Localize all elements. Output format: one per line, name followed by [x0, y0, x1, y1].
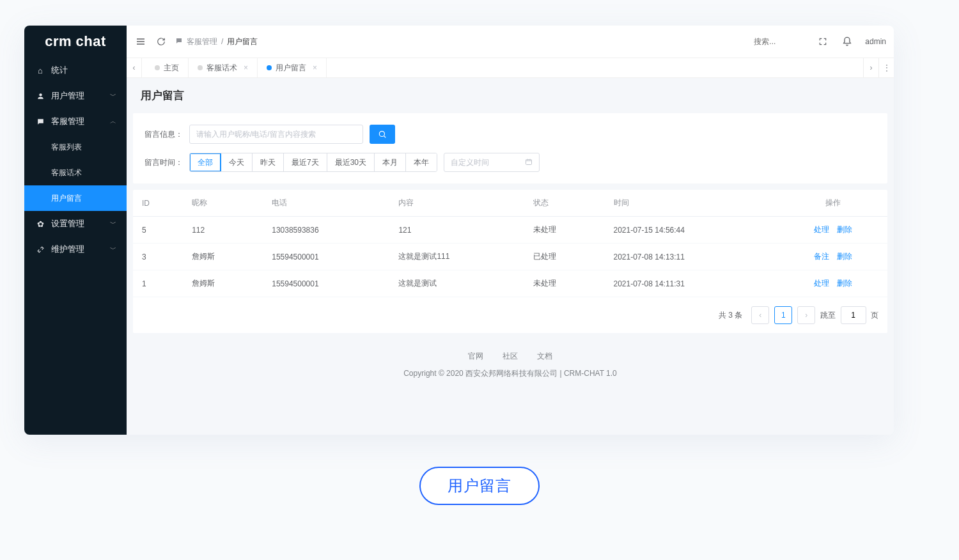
tabs-menu-button[interactable]: ⋮ [878, 58, 894, 77]
table-header-row: ID 昵称 电话 内容 状态 时间 操作 [133, 190, 887, 217]
tab-close-icon[interactable]: × [313, 63, 317, 72]
svg-rect-2 [526, 159, 532, 164]
global-search-input[interactable] [754, 37, 805, 46]
topbar-right: admin [754, 36, 886, 47]
tab-service-script[interactable]: 客服话术 × [189, 58, 258, 77]
cell-status: 已处理 [524, 244, 604, 270]
op-handle[interactable]: 处理 [814, 279, 829, 288]
topbar: 客服管理 / 用户留言 admin [127, 26, 894, 58]
nav-statistics[interactable]: ⌂ 统计 [24, 58, 127, 83]
fullscreen-icon[interactable] [816, 37, 829, 46]
calendar-icon [525, 158, 533, 167]
footer-link-site[interactable]: 官网 [468, 351, 483, 362]
messages-table: ID 昵称 电话 内容 状态 时间 操作 5 112 [133, 190, 887, 297]
jump-label-before: 跳至 [820, 311, 836, 320]
subnav-service-script[interactable]: 客服话术 [24, 160, 127, 185]
cell-time: 2021-07-15 14:56:44 [605, 217, 779, 244]
nav-label: 客服管理 [51, 116, 110, 127]
op-handle[interactable]: 处理 [814, 225, 829, 234]
cell-id: 3 [133, 244, 183, 270]
subnav-service-list[interactable]: 客服列表 [24, 134, 127, 160]
footer-links: 官网 社区 文档 [133, 351, 887, 362]
nav-label: 维护管理 [51, 244, 110, 255]
keyword-label: 留言信息： [144, 129, 183, 140]
tab-user-messages[interactable]: 用户留言 × [258, 58, 327, 77]
search-button[interactable] [370, 125, 395, 144]
jump-input[interactable] [841, 306, 866, 324]
seg-yesterday[interactable]: 昨天 [253, 153, 284, 171]
pagination-prev[interactable]: ‹ [751, 306, 769, 324]
seg-all[interactable]: 全部 [190, 153, 221, 171]
nav-user-mgmt[interactable]: 用户管理 ﹀ [24, 83, 127, 109]
op-delete[interactable]: 删除 [837, 252, 852, 261]
cell-content: 121 [389, 217, 524, 244]
seg-last30[interactable]: 最近30天 [327, 153, 375, 171]
tabs-bar: ‹ 主页 客服话术 × 用户留言 × › ⋮ [127, 58, 894, 78]
op-delete[interactable]: 删除 [837, 279, 852, 288]
pagination-total: 共 3 条 [719, 310, 742, 321]
jump-label-after: 页 [871, 311, 878, 320]
date-placeholder: 自定义时间 [451, 157, 489, 168]
table-row: 1 詹姆斯 15594500001 这就是测试 未处理 2021-07-08 1… [133, 270, 887, 297]
col-status: 状态 [524, 190, 604, 217]
tab-label: 主页 [164, 63, 179, 74]
nav-maintenance[interactable]: 维护管理 ﹀ [24, 237, 127, 262]
cell-content: 这就是测试 [389, 270, 524, 297]
pagination-page-1[interactable]: 1 [774, 306, 792, 324]
cell-id: 5 [133, 217, 183, 244]
col-phone: 电话 [263, 190, 389, 217]
op-delete[interactable]: 删除 [837, 225, 852, 234]
refresh-icon[interactable] [155, 37, 168, 46]
seg-today[interactable]: 今天 [221, 153, 253, 171]
custom-date-input[interactable]: 自定义时间 [444, 153, 540, 172]
bell-icon[interactable] [841, 36, 854, 47]
tab-dot-icon [198, 65, 203, 70]
cell-phone: 13038593836 [263, 217, 389, 244]
footer: 官网 社区 文档 Copyright © 2020 西安众邦网络科技有限公司 |… [133, 339, 887, 391]
filter-card: 留言信息： 留言时间： 全部 今天 昨天 最近7天 最近30天 本月 [133, 113, 887, 183]
seg-this-year[interactable]: 本年 [406, 153, 437, 171]
home-icon: ⌂ [35, 66, 46, 75]
breadcrumb-item[interactable]: 客服管理 [187, 36, 217, 47]
table-row: 5 112 13038593836 121 未处理 2021-07-15 14:… [133, 217, 887, 244]
tab-dot-icon [155, 65, 160, 70]
cell-nick: 詹姆斯 [183, 270, 263, 297]
main-area: 客服管理 / 用户留言 admin ‹ [127, 26, 894, 435]
feature-pill[interactable]: 用户留言 [419, 467, 540, 505]
tab-close-icon[interactable]: × [244, 63, 248, 72]
chat-icon [175, 37, 183, 47]
tab-dot-icon [267, 65, 272, 70]
tabs-prev-button[interactable]: ‹ [127, 58, 142, 77]
footer-link-community[interactable]: 社区 [503, 351, 518, 362]
nav-service-mgmt[interactable]: 客服管理 ︿ [24, 109, 127, 134]
cell-nick: 詹姆斯 [183, 244, 263, 270]
tab-home[interactable]: 主页 [146, 58, 189, 77]
seg-last7[interactable]: 最近7天 [284, 153, 327, 171]
keyword-input[interactable] [189, 125, 363, 144]
pagination-jump: 跳至 页 [820, 306, 878, 324]
nav-label: 统计 [51, 65, 116, 76]
pagination-next[interactable]: › [797, 306, 815, 324]
subnav-user-messages[interactable]: 用户留言 [24, 185, 127, 211]
content: 用户留言 留言信息： 留言时间： 全部 今天 昨天 最近7天 [127, 78, 894, 435]
nav-settings[interactable]: ✿ 设置管理 ﹀ [24, 211, 127, 237]
tabs-next-button[interactable]: › [863, 58, 878, 77]
op-note[interactable]: 备注 [814, 252, 829, 261]
cell-id: 1 [133, 270, 183, 297]
seg-this-month[interactable]: 本月 [375, 153, 406, 171]
current-user[interactable]: admin [865, 37, 886, 46]
pagination: 共 3 条 ‹ 1 › 跳至 页 [133, 297, 887, 333]
col-id: ID [133, 190, 183, 217]
chat-icon [35, 118, 46, 126]
breadcrumb-sep: / [221, 37, 223, 46]
footer-link-docs[interactable]: 文档 [537, 351, 552, 362]
nav-label: 设置管理 [51, 218, 110, 229]
cell-ops: 处理 删除 [779, 217, 887, 244]
time-segment-group: 全部 今天 昨天 最近7天 最近30天 本月 本年 [189, 153, 437, 172]
menu-toggle-icon[interactable] [134, 36, 147, 47]
wrench-icon [35, 245, 46, 254]
tabs-list: 主页 客服话术 × 用户留言 × [142, 58, 863, 77]
cell-time: 2021-07-08 14:11:31 [605, 270, 779, 297]
cell-ops: 备注 删除 [779, 244, 887, 270]
filter-row-keyword: 留言信息： [144, 125, 876, 144]
